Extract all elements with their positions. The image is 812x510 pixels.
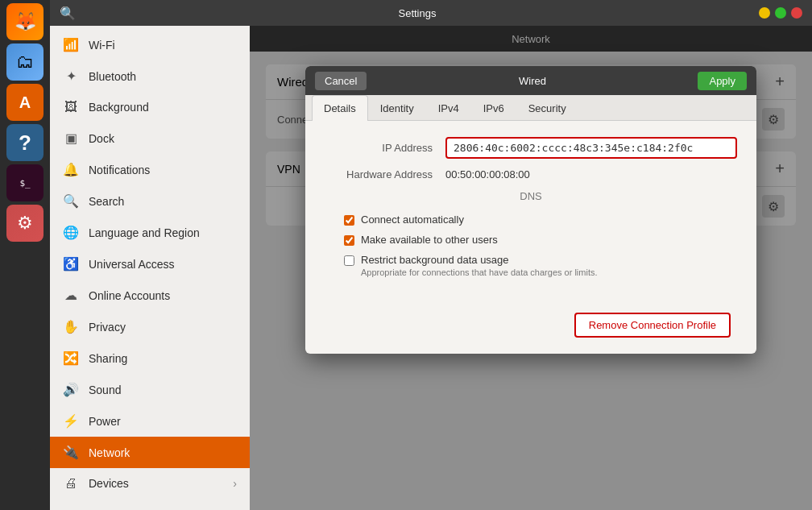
dock-icon-nav: ▣ [63, 131, 79, 146]
sidebar-label-background: Background [89, 101, 149, 114]
settings-icon[interactable]: ⚙ [6, 205, 44, 242]
sidebar-item-background[interactable]: 🖼 Background [50, 92, 250, 122]
ip-address-row: IP Address 2806:40c:6002:cccc:48c3:345e:… [325, 137, 737, 159]
restrict-label: Restrict background data usage [361, 254, 598, 266]
sidebar-label-devices: Devices [89, 477, 129, 490]
make-available-label: Make available to other users [361, 234, 498, 246]
hardware-label: Hardware Address [325, 168, 445, 180]
cancel-button[interactable]: Cancel [315, 72, 367, 90]
dialog-titlebar: Cancel Wired Apply [305, 66, 756, 95]
sidebar-item-bluetooth[interactable]: ✦ Bluetooth [50, 60, 250, 92]
sidebar-label-notifications: Notifications [89, 164, 150, 176]
sidebar-item-network[interactable]: 🔌 Network [50, 437, 250, 468]
hardware-address-row: Hardware Address 00:50:00:00:08:00 [325, 168, 737, 180]
restrict-row: Restrict background data usage Appropria… [325, 254, 737, 277]
make-available-row: Make available to other users [325, 234, 737, 246]
search-icon: 🔍 [60, 6, 76, 21]
titlebar: 🔍 Settings [50, 0, 812, 26]
sidebar-label-power: Power [89, 415, 121, 428]
sidebar-item-language[interactable]: 🌐 Language and Region [50, 217, 250, 248]
power-icon: ⚡ [63, 413, 79, 429]
network-icon: 🔌 [63, 445, 79, 460]
universal-access-icon: ♿ [63, 256, 79, 272]
titlebar-left: 🔍 [60, 6, 76, 21]
sidebar-label-search: Search [89, 195, 124, 208]
files-icon[interactable]: 🗂 [6, 44, 44, 81]
tab-identity[interactable]: Identity [368, 95, 426, 121]
language-icon: 🌐 [63, 225, 79, 240]
sidebar-label-sound: Sound [89, 384, 121, 396]
sidebar-item-privacy[interactable]: ✋ Privacy [50, 311, 250, 342]
ip-address-value: 2806:40c:6002:cccc:48c3:345e:c184:2f0c [445, 137, 737, 159]
sidebar-label-dock: Dock [89, 132, 114, 145]
dialog-content: IP Address 2806:40c:6002:cccc:48c3:345e:… [305, 121, 756, 354]
sidebar-item-power[interactable]: ⚡ Power [50, 405, 250, 437]
dock: 🦊 🗂 A ? $_ ⚙ [0, 0, 50, 510]
sidebar-item-universal-access[interactable]: ♿ Universal Access [50, 248, 250, 280]
dialog-overlay: Cancel Wired Apply Details Identity IPv4… [250, 26, 812, 510]
network-panel: Network Wired + Connected ON [250, 26, 812, 510]
connect-auto-checkbox[interactable] [344, 215, 354, 226]
sidebar-label-privacy: Privacy [89, 321, 126, 334]
tab-details[interactable]: Details [312, 95, 368, 121]
make-available-checkbox[interactable] [344, 235, 354, 246]
close-button[interactable] [791, 7, 802, 19]
hardware-value: 00:50:00:00:08:00 [445, 168, 737, 180]
sidebar-label-online-accounts: Online Accounts [89, 289, 170, 302]
devices-icon: 🖨 [63, 476, 79, 491]
sidebar: 📶 Wi-Fi ✦ Bluetooth 🖼 Background ▣ Dock … [50, 26, 250, 510]
sidebar-item-dock[interactable]: ▣ Dock [50, 122, 250, 154]
sharing-icon: 🔀 [63, 350, 79, 366]
terminal-icon[interactable]: $_ [6, 164, 44, 201]
sidebar-item-sound[interactable]: 🔊 Sound [50, 374, 250, 405]
background-icon: 🖼 [63, 100, 79, 114]
sidebar-item-wifi[interactable]: 📶 Wi-Fi [50, 29, 250, 60]
devices-arrow: › [233, 477, 237, 490]
sidebar-item-search[interactable]: 🔍 Search [50, 185, 250, 217]
sound-icon: 🔊 [63, 382, 79, 397]
firefox-icon[interactable]: 🦊 [6, 3, 44, 40]
wifi-icon: 📶 [63, 37, 79, 52]
dialog-tabs: Details Identity IPv4 IPv6 Security [305, 95, 756, 121]
software-icon[interactable]: A [6, 84, 44, 121]
connect-auto-row: Connect automatically [325, 214, 737, 226]
sidebar-label-wifi: Wi-Fi [89, 39, 115, 52]
window-controls [759, 7, 802, 19]
dns-label: DNS [325, 190, 737, 202]
notifications-icon: 🔔 [63, 162, 79, 177]
sidebar-label-universal-access: Universal Access [89, 258, 175, 271]
remove-button-container: Remove Connection Profile [325, 296, 737, 338]
dialog-title: Wired [367, 75, 698, 87]
ip-address-label: IP Address [325, 142, 445, 154]
restrict-sublabel: Appropriate for connections that have da… [361, 267, 598, 277]
main-area: 🔍 Settings 📶 Wi-Fi ✦ Bluetooth 🖼 Backgro… [50, 0, 812, 510]
privacy-icon: ✋ [63, 319, 79, 334]
tab-ipv4[interactable]: IPv4 [426, 95, 471, 121]
maximize-button[interactable] [775, 7, 786, 19]
sidebar-label-bluetooth: Bluetooth [89, 70, 136, 83]
online-accounts-icon: ☁ [63, 288, 79, 303]
sidebar-item-online-accounts[interactable]: ☁ Online Accounts [50, 280, 250, 311]
content-row: 📶 Wi-Fi ✦ Bluetooth 🖼 Background ▣ Dock … [50, 26, 812, 510]
minimize-button[interactable] [759, 7, 770, 19]
sidebar-label-language: Language and Region [89, 226, 200, 239]
sidebar-item-notifications[interactable]: 🔔 Notifications [50, 154, 250, 185]
search-nav-icon: 🔍 [63, 193, 79, 209]
connect-auto-label: Connect automatically [361, 214, 464, 226]
restrict-checkbox[interactable] [344, 255, 354, 266]
bluetooth-icon: ✦ [63, 68, 79, 84]
sidebar-label-network: Network [89, 446, 130, 459]
sidebar-item-devices[interactable]: 🖨 Devices › [50, 468, 250, 499]
help-icon[interactable]: ? [6, 124, 44, 161]
sidebar-label-sharing: Sharing [89, 352, 127, 365]
titlebar-title: Settings [399, 7, 437, 19]
tab-ipv6[interactable]: IPv6 [471, 95, 516, 121]
apply-button[interactable]: Apply [698, 72, 747, 90]
wired-dialog: Cancel Wired Apply Details Identity IPv4… [305, 66, 756, 354]
tab-security[interactable]: Security [516, 95, 578, 121]
remove-connection-button[interactable]: Remove Connection Profile [574, 313, 731, 338]
sidebar-item-sharing[interactable]: 🔀 Sharing [50, 342, 250, 374]
